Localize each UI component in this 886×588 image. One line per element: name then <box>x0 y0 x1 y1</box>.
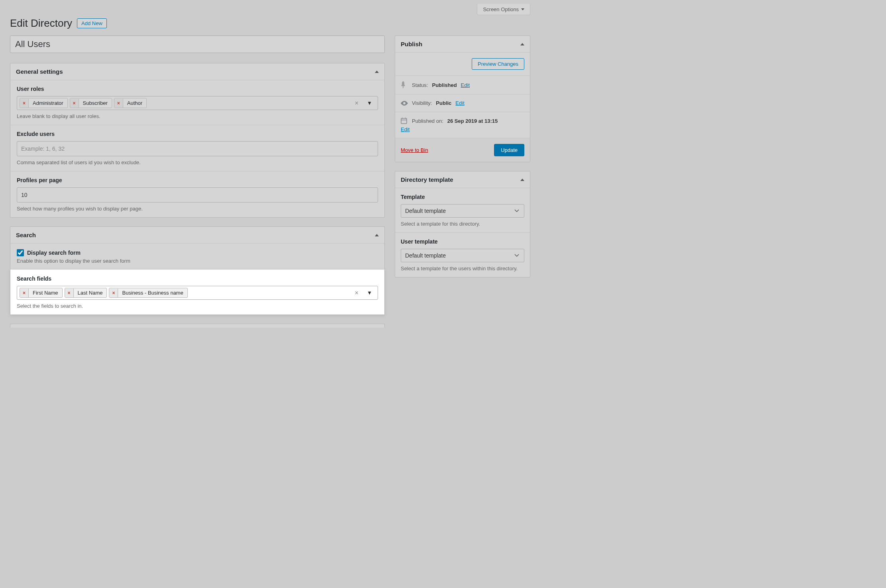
screen-options-button[interactable]: Screen Options <box>477 4 530 15</box>
visibility-label: Visibility: <box>412 100 432 106</box>
search-fields-label: Search fields <box>17 275 378 282</box>
search-fields-section: Search fields × First Name × Last Name <box>10 269 385 315</box>
directory-template-panel: Directory template Template Default temp… <box>395 171 530 277</box>
clear-all-icon[interactable]: × <box>352 289 362 297</box>
tag-remove-first-name[interactable]: × <box>20 289 29 297</box>
clear-all-icon[interactable]: × <box>352 100 362 107</box>
directory-template-title: Directory template <box>401 176 453 183</box>
template-select[interactable]: Default template <box>401 205 524 217</box>
exclude-users-help: Comma separated list of users id you wis… <box>17 159 378 165</box>
search-title: Search <box>16 232 36 238</box>
published-on-value: 26 Sep 2019 at 13:15 <box>447 118 498 124</box>
dropdown-arrow-icon[interactable]: ▼ <box>364 100 375 106</box>
caret-down-icon <box>521 8 524 10</box>
collapse-icon <box>520 179 524 181</box>
edit-published-link[interactable]: Edit <box>401 126 410 132</box>
preview-changes-button[interactable]: Preview Changes <box>472 58 524 70</box>
tag-remove-author[interactable]: × <box>114 99 123 108</box>
display-search-form-label: Display search form <box>27 250 81 256</box>
publish-header[interactable]: Publish <box>395 36 530 53</box>
collapse-icon <box>520 43 524 45</box>
template-label: Template <box>401 194 524 200</box>
general-settings-title: General settings <box>16 68 63 75</box>
search-header[interactable]: Search <box>10 227 384 244</box>
tag-remove-business-name[interactable]: × <box>109 289 118 297</box>
published-on-label: Published on: <box>412 118 443 124</box>
user-template-select[interactable]: Default template <box>401 249 524 262</box>
document-title-input[interactable] <box>10 35 385 53</box>
update-button[interactable]: Update <box>494 144 524 156</box>
tag-subscriber: × Subscriber <box>70 98 112 108</box>
user-roles-help: Leave blank to display all user roles. <box>17 113 378 119</box>
directory-template-header[interactable]: Directory template <box>395 171 530 188</box>
general-settings-header[interactable]: General settings <box>10 63 384 80</box>
display-search-form-checkbox[interactable] <box>17 249 24 256</box>
dropdown-arrow-icon[interactable]: ▼ <box>364 290 375 296</box>
tag-business-name: × Business - Business name <box>109 288 187 298</box>
screen-options-label: Screen Options <box>483 6 519 12</box>
search-fields-help: Select the fields to search in. <box>17 303 378 309</box>
edit-status-link[interactable]: Edit <box>461 82 470 88</box>
publish-title: Publish <box>401 41 422 47</box>
profiles-per-page-help: Select how many profiles you wish to dis… <box>17 206 378 212</box>
publish-panel: Publish Preview Changes Status: Publishe… <box>395 35 530 162</box>
tag-remove-subscriber[interactable]: × <box>70 99 79 108</box>
tag-author: × Author <box>114 98 147 108</box>
eye-icon <box>401 101 408 106</box>
calendar-icon <box>401 118 408 124</box>
status-label: Status: <box>412 82 428 88</box>
visibility-value: Public <box>436 100 451 106</box>
collapse-icon <box>375 234 379 236</box>
next-panel-stub <box>10 324 385 328</box>
search-panel: Search Display search form Enable this o… <box>10 226 385 269</box>
profiles-per-page-input[interactable] <box>17 187 378 203</box>
user-roles-multiselect[interactable]: × Administrator × Subscriber × Author <box>17 96 378 110</box>
profiles-per-page-label: Profiles per page <box>17 177 378 183</box>
user-template-label: User template <box>401 238 524 245</box>
pin-icon <box>401 81 408 88</box>
move-to-bin-link[interactable]: Move to Bin <box>401 147 428 153</box>
tag-remove-administrator[interactable]: × <box>20 99 29 108</box>
user-template-help: Select a template for the users within t… <box>401 265 524 271</box>
page-title: Edit Directory <box>10 17 72 29</box>
status-value: Published <box>432 82 457 88</box>
add-new-button[interactable]: Add New <box>77 18 107 28</box>
general-settings-panel: General settings User roles × Administra… <box>10 63 385 218</box>
tag-remove-last-name[interactable]: × <box>65 289 74 297</box>
svg-rect-0 <box>401 118 407 124</box>
tag-administrator: × Administrator <box>20 98 68 108</box>
collapse-icon <box>375 71 379 73</box>
search-fields-multiselect[interactable]: × First Name × Last Name × Business - Bu… <box>17 286 378 300</box>
user-roles-label: User roles <box>17 86 378 92</box>
tag-last-name: × Last Name <box>65 288 107 298</box>
exclude-users-label: Exclude users <box>17 131 378 137</box>
template-help: Select a template for this directory. <box>401 221 524 227</box>
tag-first-name: × First Name <box>20 288 63 298</box>
display-search-form-help: Enable this option to display the user s… <box>17 258 378 264</box>
exclude-users-input[interactable] <box>17 141 378 156</box>
edit-visibility-link[interactable]: Edit <box>455 100 464 106</box>
